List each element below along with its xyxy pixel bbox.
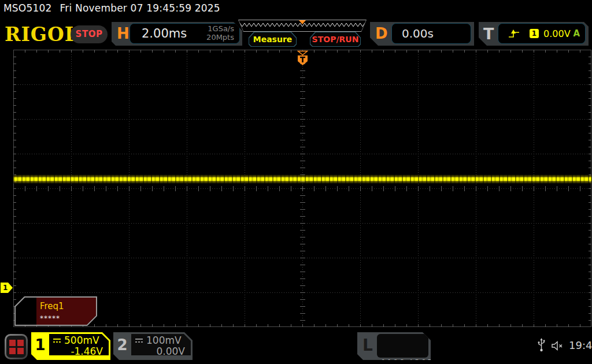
run-state-badge: STOP: [71, 25, 108, 43]
delay-label: D: [375, 22, 388, 46]
horizontal-label: H: [117, 22, 130, 46]
trace-noise: [13, 174, 591, 184]
channel-2-info: 100mV 0.00V: [131, 334, 191, 355]
timebase-display[interactable]: 2.00ms 1GSa/s 20Mpts: [130, 23, 240, 44]
datetime-text: Fri November 07 19:45:59 2025: [60, 2, 220, 14]
logic-channel-list: 0 1 2 3 4 5 6 7 8 9 1011 12131415: [377, 334, 428, 358]
delay-settings-box[interactable]: D 0.00s: [370, 22, 474, 46]
trigger-sweep-mode: A: [573, 28, 580, 39]
trigger-position-marker[interactable]: [297, 50, 308, 66]
oscilloscope-screen: MSO5102Fri November 07 19:45:59 2025 RIG…: [0, 0, 592, 364]
function-navigation-button[interactable]: [5, 334, 28, 359]
measurement-name: Freq1: [40, 301, 64, 311]
acquisition-info: 1GSa/s 20Mpts: [206, 25, 239, 42]
grid-lines: [13, 50, 591, 327]
channel-1-scale: 500mV: [64, 335, 99, 346]
memory-depth: 20Mpts: [206, 34, 234, 42]
measure-button[interactable]: Measure: [249, 32, 297, 47]
grid-menu-icon: [6, 336, 26, 358]
dc-coupling-icon: [53, 337, 61, 344]
trigger-settings-box[interactable]: T 1 0.00V A: [479, 22, 589, 46]
waveform-overview-bar[interactable]: [238, 20, 367, 32]
rising-edge-icon: [508, 29, 520, 39]
measure-button-label: Measure: [249, 32, 296, 46]
channel-1-badge[interactable]: 1 500mV -1.46V: [31, 332, 110, 360]
trigger-label: T: [483, 22, 494, 46]
model-name: MSO5102: [3, 2, 52, 14]
graticule: [13, 50, 591, 327]
ch1-waveform-trace: [13, 174, 591, 184]
channel-2-offset: 0.00V: [135, 346, 187, 357]
clock-text: 19:45: [569, 339, 592, 351]
measurement-tile-inner: Freq1 *****: [16, 298, 96, 325]
measurement-tile-freq1[interactable]: Freq1 *****: [14, 296, 97, 326]
horizontal-settings-box[interactable]: H 2.00ms 1GSa/s 20Mpts: [112, 22, 242, 46]
sample-rate: 1GSa/s: [206, 25, 234, 34]
rigol-logo: RIGOL: [5, 23, 79, 46]
logic-channels-badge[interactable]: L 0 1 2 3 4 5 6 7 8 9 1011 12131415: [357, 332, 431, 360]
timebase-value: 2.00ms: [130, 27, 206, 40]
logic-label: L: [362, 336, 373, 355]
trigger-display[interactable]: 1 0.00V A: [498, 23, 586, 44]
stop-run-button-label: STOP/RUN: [310, 32, 360, 46]
delay-value: 0.00s: [392, 27, 434, 40]
logic-row-1: 0 1 2 3 4 5 6 7: [381, 357, 428, 364]
overview-trigger-position-icon: [299, 20, 306, 24]
speaker-muted-icon[interactable]: [551, 340, 565, 351]
channel-2-badge[interactable]: 2 100mV 0.00V: [113, 332, 193, 360]
trigger-source-badge: 1: [530, 29, 539, 38]
topbar: MSO5102Fri November 07 19:45:59 2025: [3, 2, 220, 14]
delay-display[interactable]: 0.00s: [391, 23, 471, 44]
channel-1-number: 1: [31, 332, 49, 360]
channel-2-scale: 100mV: [146, 335, 182, 346]
stop-run-button[interactable]: STOP/RUN: [310, 32, 361, 47]
ch1-level-marker[interactable]: 1: [1, 283, 13, 293]
channel-1-offset: -1.46V: [53, 346, 105, 357]
trigger-level-value: 0.00V: [543, 28, 573, 39]
usb-icon: [537, 338, 546, 353]
dc-coupling-icon: [135, 337, 143, 344]
channel-2-number: 2: [113, 332, 131, 360]
channel-1-info: 500mV -1.46V: [49, 334, 109, 355]
measurement-value: *****: [40, 314, 60, 322]
